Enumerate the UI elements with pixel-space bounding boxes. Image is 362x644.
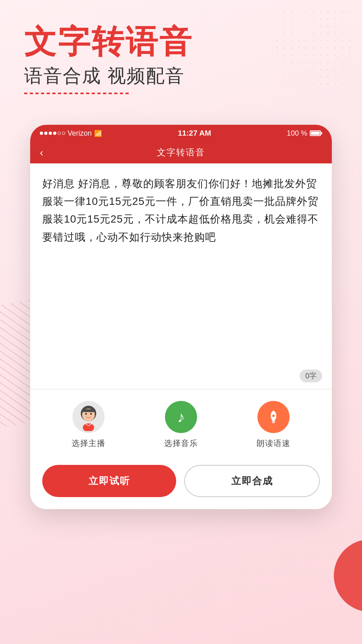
synthesize-button[interactable]: 立即合成 — [184, 465, 320, 497]
back-button[interactable]: ‹ — [40, 147, 43, 159]
status-bar: Verizon 📶 11:27 AM 100 % — [30, 125, 332, 142]
phone-mockup: Verizon 📶 11:27 AM 100 % ‹ 文字转语音 好消息 好消息… — [30, 125, 332, 509]
hero-section: 文字转语音 语音合成 视频配音 — [24, 24, 193, 94]
hero-title: 文字转语音 — [24, 24, 193, 60]
svg-point-5 — [83, 423, 94, 431]
avatar-svg — [74, 403, 103, 431]
char-count: 0字 — [300, 369, 322, 382]
signal-dot-5 — [58, 132, 61, 135]
preview-button[interactable]: 立即试听 — [42, 465, 176, 497]
music-icon-char: ♪ — [177, 409, 185, 426]
anchor-control[interactable]: 选择主播 — [72, 401, 105, 449]
nav-title: 文字转语音 — [157, 147, 205, 159]
svg-rect-2 — [82, 409, 95, 412]
battery-body — [310, 130, 321, 136]
battery-icon — [310, 130, 322, 136]
anchor-icon — [72, 401, 105, 433]
svg-point-10 — [272, 415, 275, 417]
signal-dots — [40, 132, 65, 135]
signal-dot-4 — [53, 132, 56, 135]
battery-tip — [321, 132, 322, 134]
status-time: 11:27 AM — [178, 129, 211, 138]
signal-dot-1 — [40, 132, 43, 135]
nav-bar: ‹ 文字转语音 — [30, 142, 332, 163]
svg-point-11 — [272, 419, 275, 423]
music-icon: ♪ — [165, 401, 197, 433]
music-label: 选择音乐 — [164, 438, 198, 449]
speed-control[interactable]: 朗读语速 — [257, 401, 290, 449]
status-left: Verizon 📶 — [40, 129, 102, 138]
text-area-section[interactable]: 好消息 好消息，尊敬的顾客朋友们你们好！地摊批发外贸服装一律10元15元25元一… — [30, 163, 332, 389]
bottom-buttons: 立即试听 立即合成 — [30, 457, 332, 509]
dot-grid-decoration — [274, 8, 354, 89]
battery-percent: 100 % — [287, 129, 307, 138]
half-circle-decoration — [334, 539, 362, 612]
signal-dot-3 — [49, 132, 52, 135]
status-right: 100 % — [287, 129, 322, 138]
anchor-label: 选择主播 — [72, 438, 105, 449]
hero-subtitle: 语音合成 视频配音 — [24, 64, 193, 89]
carrier-label: Verizon — [68, 129, 92, 138]
main-text-content[interactable]: 好消息 好消息，尊敬的顾客朋友们你们好！地摊批发外贸服装一律10元15元25元一… — [42, 175, 320, 246]
wifi-icon: 📶 — [94, 130, 102, 137]
music-control[interactable]: ♪ 选择音乐 — [164, 401, 198, 449]
speed-label: 朗读语速 — [257, 438, 290, 449]
svg-point-4 — [90, 413, 92, 415]
controls-section: 选择主播 ♪ 选择音乐 — [30, 390, 332, 457]
hero-underline — [24, 93, 129, 94]
svg-point-3 — [85, 413, 87, 415]
battery-fill — [311, 132, 320, 135]
signal-dot-2 — [44, 132, 47, 135]
rocket-svg — [265, 409, 282, 425]
signal-dot-6 — [62, 132, 65, 135]
speed-icon — [257, 401, 290, 433]
